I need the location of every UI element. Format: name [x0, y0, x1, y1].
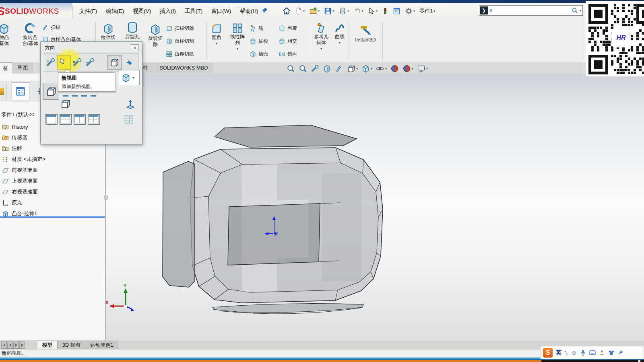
ribbon-hole-wizard[interactable]: 异型孔: [121, 21, 144, 40]
view-selector-dropdown[interactable]: ▾: [119, 70, 140, 85]
ime-punctuation-toggle[interactable]: ’,: [565, 350, 568, 356]
tab-scroll-prev-button[interactable]: [7, 341, 13, 349]
t b-scroll-next-button[interactable]: [13, 341, 19, 349]
previous-view-tool-button[interactable]: [84, 56, 97, 69]
section-view-icon[interactable]: [323, 64, 331, 73]
ribbon-reference-geometry[interactable]: 参考几何体▾: [311, 23, 332, 51]
ime-keyboard-icon[interactable]: [589, 350, 596, 356]
fm-tab-partial[interactable]: [0, 83, 7, 100]
single-view-button[interactable]: [45, 114, 58, 125]
search-input[interactable]: [488, 8, 572, 13]
tree-item-front-plane[interactable]: 前视基准面: [0, 165, 105, 175]
tree-item-annotations[interactable]: A 注解: [0, 144, 105, 153]
ribbon-boundary-cut[interactable]: 边界切除: [166, 51, 194, 58]
tree-item-top-plane[interactable]: 上视基准面: [0, 176, 105, 186]
menu-insert[interactable]: 插入(I): [155, 6, 180, 16]
ribbon-extruded-boss[interactable]: 伸凸基体: [0, 23, 14, 47]
ribbon-lofted-cut[interactable]: 放样切割: [166, 38, 194, 45]
ribbon-extruded-cut[interactable]: 拉伸切: [97, 23, 120, 41]
video-progress-bar[interactable]: [0, 360, 644, 362]
menu-view[interactable]: 视图(V): [128, 6, 155, 16]
dimetric-view-icon[interactable]: [60, 98, 71, 109]
tab-sketch[interactable]: 草图: [12, 62, 33, 73]
tab-scroll-last-button[interactable]: [19, 341, 25, 349]
ribbon-rib[interactable]: 筋: [250, 25, 263, 32]
search-scope-caret[interactable]: ▾: [580, 9, 581, 12]
undo-button[interactable]: ▾: [353, 6, 364, 16]
ribbon-instant3d[interactable]: Instant3D: [350, 24, 381, 43]
tree-item-right-plane[interactable]: 右视基准面: [0, 187, 105, 197]
pin-dialog-icon[interactable]: [126, 59, 132, 66]
tab-motion-study[interactable]: 运动算例1: [85, 341, 118, 350]
two-view-horizontal-button[interactable]: [60, 114, 72, 125]
four-view-button[interactable]: [88, 114, 100, 125]
tab-solidworks-mbd[interactable]: SOLIDWORKS MBD: [155, 62, 213, 73]
ime-toolbox-wrench-icon[interactable]: [618, 350, 623, 356]
reset-standard-views-button[interactable]: [71, 56, 84, 69]
ime-emoji-icon[interactable]: ☺: [571, 349, 577, 356]
tree-item-origin[interactable]: 原点: [0, 198, 105, 208]
new-view-button[interactable]: [57, 55, 71, 70]
ime-skin-tshirt-icon[interactable]: [608, 350, 615, 356]
select-button[interactable]: ▾: [367, 6, 378, 15]
view-selector-caret[interactable]: ▾: [131, 71, 135, 84]
sogou-logo-icon[interactable]: S: [543, 348, 553, 358]
zoom-to-area-icon[interactable]: [299, 64, 307, 73]
ribbon-swept-boss[interactable]: 扫描: [42, 24, 60, 31]
tab-3d-views[interactable]: 3D 视图: [58, 341, 85, 350]
view-selector-button[interactable]: [107, 55, 122, 70]
ribbon-mirror[interactable]: 镜向: [279, 51, 297, 58]
menu-help[interactable]: 帮助(H): [235, 6, 263, 16]
edit-appearance-icon[interactable]: [390, 64, 399, 73]
tab-features[interactable]: 征: [0, 62, 12, 74]
hide-show-items-button[interactable]: ▾: [376, 64, 387, 73]
progress-tick: [638, 360, 640, 362]
save-button[interactable]: ▾: [323, 6, 335, 16]
splitter-handle[interactable]: [104, 195, 108, 200]
ribbon-shell[interactable]: 抽壳: [250, 51, 268, 58]
ime-microphone-icon[interactable]: [580, 350, 586, 356]
document-switcher[interactable]: 零件1▾: [419, 6, 436, 15]
normal-to-icon[interactable]: [125, 99, 136, 109]
menu-tools[interactable]: 工具(T): [180, 6, 207, 16]
open-button[interactable]: ▾: [308, 6, 320, 16]
search-icon[interactable]: [572, 7, 578, 14]
ribbon-curves[interactable]: 曲线▾: [332, 23, 348, 45]
rollback-bar[interactable]: [0, 216, 105, 218]
settings-gear-button[interactable]: ▾: [404, 6, 416, 16]
ribbon-wrap[interactable]: 包覆: [279, 25, 297, 32]
display-style-button[interactable]: ▾: [361, 64, 372, 73]
ribbon-fillet[interactable]: 圆角▾: [207, 23, 226, 45]
menu-window[interactable]: 窗口(W): [207, 6, 235, 16]
ime-profile-icon[interactable]: [599, 350, 605, 356]
update-standard-views-button[interactable]: [44, 56, 57, 69]
rebuild-traffic-light-button[interactable]: [381, 6, 389, 15]
ribbon-revolved-cut[interactable]: 旋转切除: [144, 23, 167, 47]
view-orientation-button[interactable]: ▾: [347, 64, 358, 73]
ribbon-linear-pattern[interactable]: 线性阵列▾: [226, 23, 249, 51]
fm-tab-property-manager[interactable]: [12, 82, 29, 100]
tab-scroll-first-button[interactable]: [1, 341, 7, 349]
isometric-view-button[interactable]: [43, 83, 59, 100]
menu-file[interactable]: 文件(F): [75, 6, 101, 16]
apply-scene-button[interactable]: ▾: [402, 64, 413, 73]
view-settings-button[interactable]: ▾: [417, 64, 428, 73]
tree-item-material[interactable]: 材质 <未指定>: [0, 154, 105, 164]
options-list-button[interactable]: [392, 6, 401, 16]
ribbon-intersect[interactable]: 相交: [279, 38, 297, 45]
3d-drawing-view-icon[interactable]: [335, 64, 343, 73]
ime-language-toggle[interactable]: 英: [556, 349, 561, 356]
zoom-to-fit-icon[interactable]: [287, 64, 295, 73]
tab-model[interactable]: 模型: [37, 341, 58, 350]
home-button[interactable]: [282, 6, 291, 16]
previous-view-icon[interactable]: [311, 64, 319, 73]
ime-toolbar: S 英 ’, ☺: [540, 346, 644, 359]
print-button[interactable]: ▾: [338, 6, 350, 16]
menu-edit[interactable]: 编辑(E): [101, 6, 128, 16]
new-document-button[interactable]: ▾: [294, 6, 305, 15]
ribbon-draft[interactable]: 拔模: [250, 38, 268, 45]
ribbon-separator: [382, 22, 383, 60]
two-view-vertical-button[interactable]: [74, 114, 86, 125]
ribbon-swept-cut[interactable]: 扫描切除: [166, 25, 194, 32]
dialog-close-button[interactable]: ✕: [131, 44, 139, 51]
